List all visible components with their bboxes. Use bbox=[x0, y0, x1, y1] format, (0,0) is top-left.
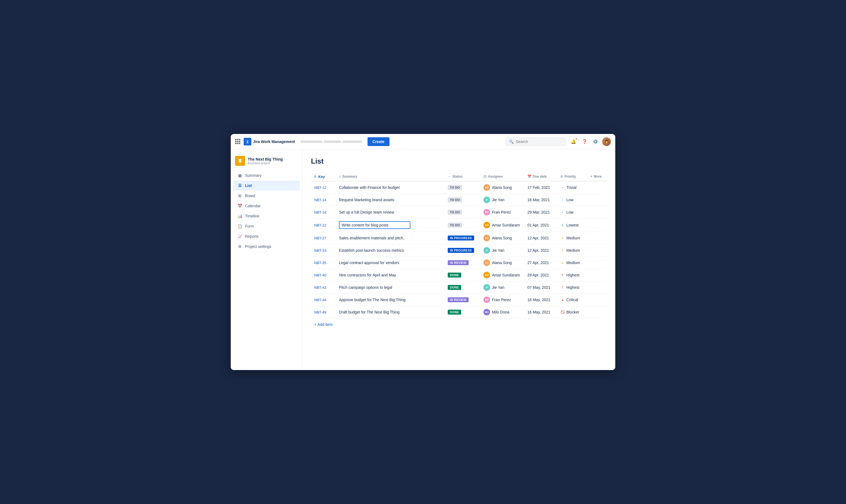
app-switcher-icon[interactable] bbox=[235, 139, 240, 144]
cell-priority[interactable]: 🚫Blocker bbox=[557, 306, 587, 319]
cell-priority[interactable]: ↓Low bbox=[557, 194, 587, 206]
col-header-summary[interactable]: ≡ Summary bbox=[336, 172, 444, 181]
cell-assignee[interactable]: MDMilo Dona bbox=[480, 306, 524, 319]
cell-priority[interactable]: ⇑Highest bbox=[557, 269, 587, 281]
cell-status[interactable]: TO DO bbox=[444, 218, 480, 232]
cell-assignee[interactable]: ASAlana Song bbox=[480, 257, 524, 269]
cell-key[interactable]: NBT-44 bbox=[311, 294, 336, 306]
priority-cell: ≡Medium bbox=[560, 236, 584, 240]
cell-key[interactable]: NBT-27 bbox=[311, 232, 336, 244]
cell-status[interactable]: IN PROGRESS bbox=[444, 244, 480, 257]
cell-duedate: 12 Apr, 2021 bbox=[524, 232, 557, 244]
cell-assignee[interactable]: AMAmar Sundaram bbox=[480, 269, 524, 281]
cell-assignee[interactable]: ASAlana Song bbox=[480, 181, 524, 194]
cell-priority[interactable]: ↓Low bbox=[557, 206, 587, 218]
cell-summary[interactable]: Request Marketing brand assets bbox=[336, 194, 444, 206]
cell-status[interactable]: DONE bbox=[444, 269, 480, 281]
sidebar-item-board[interactable]: ⊞ Board bbox=[233, 191, 300, 201]
cell-status[interactable]: IN REVIEW bbox=[444, 257, 480, 269]
sidebar-item-calendar[interactable]: 📅 Calendar bbox=[233, 201, 300, 211]
settings-button[interactable]: ⚙️ bbox=[591, 137, 600, 146]
cell-key[interactable]: NBT-12 bbox=[311, 181, 336, 194]
sidebar-item-timeline[interactable]: 📊 Timeline bbox=[233, 211, 300, 221]
cell-summary[interactable]: Approve budget for The Next Big Thing bbox=[336, 294, 444, 306]
cell-summary[interactable]: Sales enablement materials and pitch.. bbox=[336, 232, 444, 244]
priority-label: Low bbox=[566, 210, 574, 214]
logo-area[interactable]: Jira Work Management bbox=[244, 138, 295, 145]
priority-label: Lowest bbox=[566, 223, 579, 227]
cell-key[interactable]: NBT-14 bbox=[311, 194, 336, 206]
cell-summary[interactable] bbox=[336, 218, 444, 232]
sidebar-label-timeline: Timeline bbox=[245, 214, 259, 218]
create-button[interactable]: Create bbox=[368, 137, 389, 146]
cell-assignee[interactable]: JYJie Yan bbox=[480, 194, 524, 206]
cell-priority[interactable]: ≡Medium bbox=[557, 232, 587, 244]
col-header-assignee[interactable]: @ Assignee bbox=[480, 172, 524, 181]
add-item-cell[interactable]: + Add item bbox=[311, 319, 606, 331]
cell-status[interactable]: DONE bbox=[444, 306, 480, 319]
cell-summary[interactable]: Establish post-launch success metrics bbox=[336, 244, 444, 257]
cell-summary[interactable]: Pitch campaign options to legal bbox=[336, 281, 444, 294]
cell-summary[interactable]: Collaborate with Finance for budget bbox=[336, 181, 444, 194]
cell-status[interactable]: IN REVIEW bbox=[444, 294, 480, 306]
status-badge: IN REVIEW bbox=[448, 297, 469, 302]
notifications-wrapper: 🔔 bbox=[569, 137, 578, 146]
cell-assignee[interactable]: FPFran Perez bbox=[480, 294, 524, 306]
cell-priority[interactable]: ⇓Lowest bbox=[557, 218, 587, 232]
col-header-priority[interactable]: ⊙ Priority bbox=[557, 172, 587, 181]
cell-key[interactable]: NBT-35 bbox=[311, 257, 336, 269]
cell-status[interactable]: TO DO bbox=[444, 206, 480, 218]
cell-status[interactable]: DONE bbox=[444, 281, 480, 294]
top-nav: Jira Work Management Create 🔍 🔔 ❓ ⚙️ 👩 bbox=[231, 134, 615, 149]
summary-edit-input[interactable] bbox=[339, 221, 410, 229]
cell-priority[interactable]: ○Trivial bbox=[557, 181, 587, 194]
priority-icon: 🚫 bbox=[560, 310, 565, 314]
cell-key[interactable]: NBT-22 bbox=[311, 218, 336, 232]
assignee-name: Jie Yan bbox=[492, 198, 504, 202]
cell-summary[interactable]: Legal contract approval for vendors bbox=[336, 257, 444, 269]
sidebar-label-board: Board bbox=[245, 194, 255, 198]
col-header-status[interactable]: → Status bbox=[444, 172, 480, 181]
cell-summary[interactable]: Hire contractors for April and May bbox=[336, 269, 444, 281]
cell-status[interactable]: TO DO bbox=[444, 194, 480, 206]
cell-summary[interactable]: Set up a full Design team review bbox=[336, 206, 444, 218]
nav-link-3[interactable] bbox=[342, 141, 362, 143]
cell-assignee[interactable]: JYJie Yan bbox=[480, 281, 524, 294]
sidebar-item-summary[interactable]: ▦ Summary bbox=[233, 170, 300, 180]
nav-link-1[interactable] bbox=[300, 141, 322, 143]
cell-status[interactable]: TO DO bbox=[444, 181, 480, 194]
assignee-cell: ASAlana Song bbox=[483, 259, 521, 266]
search-box[interactable]: 🔍 bbox=[506, 138, 566, 146]
hash-icon: # bbox=[314, 174, 316, 179]
cell-priority[interactable]: ▲Critical bbox=[557, 294, 587, 306]
cell-key[interactable]: NBT-43 bbox=[311, 281, 336, 294]
col-header-duedate[interactable]: 📅 Due date bbox=[524, 172, 557, 181]
sidebar-item-form[interactable]: 📋 Form bbox=[233, 221, 300, 231]
cell-priority[interactable]: ⇑Highest bbox=[557, 281, 587, 294]
cell-key[interactable]: NBT-49 bbox=[311, 306, 336, 319]
cell-priority[interactable]: ≡Medium bbox=[557, 257, 587, 269]
sidebar-item-project-settings[interactable]: ⚙ Project settings bbox=[233, 241, 300, 251]
assignee-cell: FPFran Perez bbox=[483, 296, 521, 303]
cell-key[interactable]: NBT-33 bbox=[311, 244, 336, 257]
col-header-more[interactable]: + More bbox=[587, 172, 606, 181]
cell-assignee[interactable]: FPFran Perez bbox=[480, 206, 524, 218]
nav-link-2[interactable] bbox=[323, 141, 341, 143]
help-button[interactable]: ❓ bbox=[580, 137, 589, 146]
sidebar-item-reports[interactable]: 📈 Reports bbox=[233, 231, 300, 241]
cell-priority[interactable]: ≡Medium bbox=[557, 244, 587, 257]
col-header-key[interactable]: # Key bbox=[311, 172, 336, 181]
sidebar-item-list[interactable]: ☰ List bbox=[233, 181, 300, 191]
table-row: NBT-12Collaborate with Finance for budge… bbox=[311, 181, 606, 194]
cell-assignee[interactable]: ASAlana Song bbox=[480, 232, 524, 244]
cell-assignee[interactable]: AMAmar Sundaram bbox=[480, 218, 524, 232]
cell-key[interactable]: NBT-40 bbox=[311, 269, 336, 281]
add-item-button[interactable]: + Add item bbox=[314, 322, 333, 327]
cell-summary[interactable]: Draft budget for The Next Big Thing bbox=[336, 306, 444, 319]
cell-key[interactable]: NBT-18 bbox=[311, 206, 336, 218]
cell-assignee[interactable]: JYJie Yan bbox=[480, 244, 524, 257]
add-item-row[interactable]: + Add item bbox=[311, 319, 606, 331]
cell-status[interactable]: IN PROGRESS bbox=[444, 232, 480, 244]
user-avatar[interactable]: 👩 bbox=[602, 137, 611, 146]
search-input[interactable] bbox=[516, 140, 562, 144]
